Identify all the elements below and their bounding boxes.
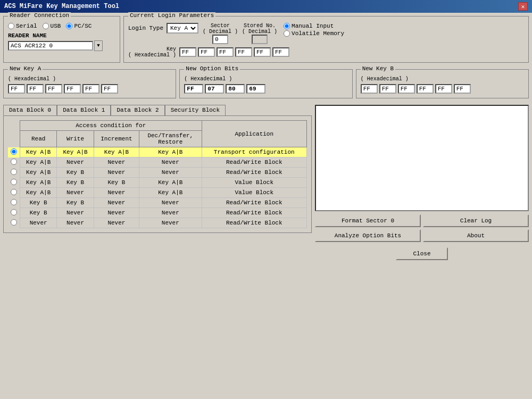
new-key-a-sublabel: ( Hexadecimal ) xyxy=(8,76,171,82)
row-radio-5[interactable] xyxy=(11,199,17,205)
new-option-bits-input-0[interactable] xyxy=(184,84,203,94)
row-radio-cell[interactable] xyxy=(8,157,20,168)
new-key-b-input-1[interactable] xyxy=(379,84,396,94)
row-radio-2[interactable] xyxy=(11,169,17,175)
volatile-memory-radio-item[interactable]: Volatile Memory xyxy=(284,30,344,37)
row-cell-dec: Never xyxy=(139,198,202,208)
row-cell-increment: Never xyxy=(94,218,139,228)
new-key-b-inputs xyxy=(361,84,524,94)
row-cell-write: Key A|B xyxy=(57,147,94,157)
serial-radio-item[interactable]: Serial xyxy=(8,23,37,29)
usb-radio-item[interactable]: USB xyxy=(43,23,61,29)
row-radio-cell[interactable] xyxy=(8,218,20,228)
tab-data-block-1[interactable]: Data Block 1 xyxy=(57,105,111,115)
pcsc-label: PC/SC xyxy=(74,23,92,29)
sector-sublabel: ( Decimal ) xyxy=(203,29,238,35)
row-cell-dec: Key A|B xyxy=(139,178,202,188)
new-key-a-input-0[interactable] xyxy=(8,84,25,94)
row-radio-0[interactable] xyxy=(11,148,17,155)
reader-name-input[interactable] xyxy=(8,41,93,51)
new-option-bits-sublabel: ( Hexadecimal ) xyxy=(184,76,347,82)
table-row: Key A|BNeverNeverKey A|BValue Block xyxy=(8,188,307,198)
key-hex-input-2[interactable] xyxy=(217,47,234,57)
key-hex-input-3[interactable] xyxy=(235,47,252,57)
new-key-a-input-1[interactable] xyxy=(27,84,44,94)
row-cell-dec: Never xyxy=(139,168,202,178)
pcsc-radio-item[interactable]: PC/SC xyxy=(66,23,92,29)
tab-bar: Data Block 0 Data Block 1 Data Block 2 S… xyxy=(3,105,312,115)
new-key-a-input-3[interactable] xyxy=(64,84,81,94)
serial-radio[interactable] xyxy=(8,23,14,29)
right-panel: Format Sector 0 Clear Log Analyze Option… xyxy=(315,105,529,260)
row-radio-3[interactable] xyxy=(11,179,17,185)
key-hex-input-4[interactable] xyxy=(254,47,271,57)
current-login-title: Current Login Parameters xyxy=(128,12,215,19)
row-radio-7[interactable] xyxy=(11,219,17,226)
stored-no-sublabel: ( Decimal ) xyxy=(242,29,277,35)
usb-radio[interactable] xyxy=(43,23,49,29)
new-key-b-input-2[interactable] xyxy=(398,84,415,94)
new-option-bits-title: New Option Bits xyxy=(184,65,240,72)
new-key-b-input-3[interactable] xyxy=(417,84,434,94)
format-sector-0-button[interactable]: Format Sector 0 xyxy=(315,214,421,227)
new-option-bits-input-3[interactable] xyxy=(246,84,265,94)
table-row: Key A|BNeverNeverNeverRead/Write Block xyxy=(8,157,307,168)
sector-input[interactable] xyxy=(212,35,228,44)
row-cell-increment: Never xyxy=(94,157,139,168)
row-radio-cell[interactable] xyxy=(8,198,20,208)
new-key-a-title: New Key A xyxy=(8,65,43,72)
reader-dropdown[interactable]: ▼ xyxy=(8,40,115,51)
manual-input-radio[interactable] xyxy=(284,23,290,29)
new-key-a-input-2[interactable] xyxy=(45,84,62,94)
stored-no-group: Stored No. ( Decimal ) xyxy=(242,23,277,44)
volatile-memory-radio[interactable] xyxy=(284,30,290,37)
row-radio-cell[interactable] xyxy=(8,147,20,157)
new-key-b-input-5[interactable] xyxy=(454,84,471,94)
new-key-b-input-0[interactable] xyxy=(361,84,378,94)
row-radio-1[interactable] xyxy=(11,159,17,165)
stored-no-input[interactable] xyxy=(252,35,268,44)
login-type-label: Login Type xyxy=(128,25,163,31)
pcsc-radio[interactable] xyxy=(66,23,72,29)
row-radio-cell[interactable] xyxy=(8,168,20,178)
row-cell-increment: Key A|B xyxy=(94,147,139,157)
analyze-option-bits-button[interactable]: Analyze Option Bits xyxy=(315,229,421,242)
key-hex-input-5[interactable] xyxy=(272,47,289,57)
row-radio-cell[interactable] xyxy=(8,208,20,218)
row-cell-read: Key B xyxy=(20,198,57,208)
new-key-a-input-5[interactable] xyxy=(101,84,118,94)
row-cell-increment: Never xyxy=(94,188,139,198)
window-close-button[interactable]: ✕ xyxy=(518,2,528,11)
new-key-a-input-4[interactable] xyxy=(82,84,99,94)
tab-data-block-0[interactable]: Data Block 0 xyxy=(3,105,57,115)
login-type-select[interactable]: Key A Key B xyxy=(167,23,198,34)
tab-data-block-2[interactable]: Data Block 2 xyxy=(111,105,164,115)
about-button[interactable]: About xyxy=(423,229,529,242)
key-hex-input-0[interactable] xyxy=(179,47,196,57)
row-radio-4[interactable] xyxy=(11,189,17,195)
row-radio-cell[interactable] xyxy=(8,178,20,188)
clear-log-button[interactable]: Clear Log xyxy=(423,214,529,227)
table-row: Key A|BKey BKey BKey A|BValue Block xyxy=(8,178,307,188)
log-area[interactable] xyxy=(315,105,529,211)
row-radio-6[interactable] xyxy=(11,209,17,215)
tab-security-block[interactable]: Security Block xyxy=(165,105,226,115)
key-hex-row: Key ( Hexadecimal ) xyxy=(128,46,524,58)
table-row: NeverNeverNeverNeverRead/Write Block xyxy=(8,218,307,228)
reader-connection-title: Reader Connection xyxy=(8,12,71,19)
new-option-bits-input-2[interactable] xyxy=(226,84,245,94)
reader-dropdown-arrow[interactable]: ▼ xyxy=(94,40,103,51)
sector-label: Sector xyxy=(211,23,230,29)
key-hex-input-1[interactable] xyxy=(198,47,215,57)
new-key-a-group: New Key A ( Hexadecimal ) xyxy=(3,69,176,98)
manual-input-radio-item[interactable]: Manual Input xyxy=(284,23,344,29)
row-cell-app: Transport configuration xyxy=(202,147,306,157)
new-option-bits-input-1[interactable] xyxy=(205,84,224,94)
row-radio-cell[interactable] xyxy=(8,188,20,198)
row-cell-write: Key B xyxy=(57,178,94,188)
close-button[interactable]: Close xyxy=(396,247,447,260)
table-col-write: Write xyxy=(57,131,94,147)
row-cell-dec: Key A|B xyxy=(139,188,202,198)
new-key-b-input-4[interactable] xyxy=(435,84,452,94)
table-col-increment: Increment xyxy=(94,131,139,147)
